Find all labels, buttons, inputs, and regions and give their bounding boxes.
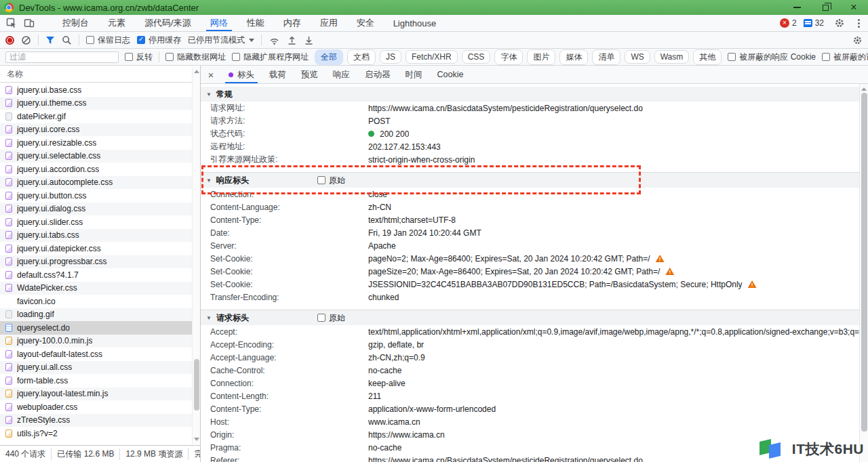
invert-filter-checkbox[interactable]: 反转 <box>125 51 153 63</box>
network-settings-button[interactable] <box>852 35 863 45</box>
hide-extension-urls-checkbox[interactable]: 隐藏扩展程序网址 <box>232 51 309 63</box>
general-section-header[interactable]: ▼ 常规 <box>201 87 859 102</box>
resource-filter-chip[interactable]: 图片 <box>527 49 555 65</box>
request-list-item[interactable]: jquery.ui.progressbar.css <box>0 255 200 269</box>
request-list-item[interactable]: jquery-100.0.0.min.js <box>0 335 200 348</box>
resource-filter-chip[interactable]: Wasm <box>654 50 690 64</box>
devtools-tab[interactable]: 元素 <box>98 15 135 31</box>
request-list-item[interactable]: favicon.ico <box>0 295 200 308</box>
devtools-tab[interactable]: 网络 <box>201 15 237 31</box>
inspect-cursor-icon <box>6 18 17 28</box>
resource-filter-chip[interactable]: 全部 <box>315 49 343 65</box>
close-button[interactable]: × <box>840 0 868 15</box>
request-list-item[interactable]: WdatePicker.css <box>0 282 200 295</box>
request-list-item[interactable]: jquery.ui.datepicker.css <box>0 242 200 255</box>
detail-tab[interactable]: 启动器 <box>357 66 398 83</box>
filter-toggle-button[interactable] <box>45 36 55 45</box>
detail-tab[interactable]: 载荷 <box>262 66 294 83</box>
detail-tab[interactable]: 时间 <box>398 66 430 83</box>
checkbox-checked-icon <box>137 36 145 44</box>
detail-tab[interactable]: Cookie <box>430 66 471 83</box>
request-list-item[interactable]: jquery.ui.resizable.css <box>0 136 200 150</box>
response-raw-checkbox[interactable]: 原始 <box>317 175 345 186</box>
request-list-item[interactable]: jquery.ui.slider.css <box>0 215 200 229</box>
request-headers-section-header[interactable]: ▼ 请求标头 原始 <box>201 310 859 325</box>
filter-input[interactable] <box>5 51 119 63</box>
blocked-cookies-checkbox[interactable]: 被屏蔽的响应 Cookie <box>728 51 816 63</box>
request-list-item[interactable]: jquery.ui.accordion.css <box>0 163 200 176</box>
close-detail-button[interactable]: × <box>201 66 221 83</box>
record-button[interactable] <box>5 36 14 45</box>
restore-button[interactable] <box>811 0 840 15</box>
request-list-item[interactable]: webuploader.css <box>0 400 200 414</box>
detail-tab[interactable]: 响应 <box>326 66 357 83</box>
hide-data-urls-checkbox[interactable]: 隐藏数据网址 <box>165 51 226 63</box>
scroll-up-icon[interactable] <box>194 70 199 73</box>
resource-filter-chip[interactable]: CSS <box>462 50 491 64</box>
message-badge[interactable]: 32 <box>804 18 824 28</box>
devtools-tab[interactable]: 内存 <box>274 15 311 31</box>
sidebar-scrollbar-thumb[interactable] <box>194 359 199 411</box>
disable-cache-checkbox[interactable]: 停用缓存 <box>137 35 181 46</box>
request-list-item[interactable]: jquery.ui.dialog.css <box>0 203 200 216</box>
devtools-tab[interactable]: 安全 <box>347 15 384 31</box>
request-list-item[interactable]: jquery.ui.base.css <box>0 83 200 97</box>
request-list-item[interactable]: jquery.ui.button.css <box>0 189 200 203</box>
error-badge[interactable]: ×2 <box>780 18 797 28</box>
detail-tab[interactable]: 预览 <box>294 66 326 83</box>
file-type-icon <box>5 403 12 411</box>
header-row: Content-Type: application/x-www-form-url… <box>201 402 859 415</box>
blocked-requests-checkbox[interactable]: 被屏蔽的请求 <box>822 51 868 63</box>
main-scrollbar-thumb[interactable] <box>861 93 867 432</box>
request-list-item[interactable]: zTreeStyle.css <box>0 414 200 427</box>
request-list-item[interactable]: jquery.layout-latest.min.js <box>0 387 200 401</box>
resource-filter-chip[interactable]: 字体 <box>494 49 523 65</box>
resource-filter-chip[interactable]: Fetch/XHR <box>406 50 458 64</box>
request-list-item[interactable]: jquery.ui.tabs.css <box>0 229 200 243</box>
search-button[interactable] <box>62 35 72 45</box>
request-list-item[interactable]: jquery.ui.autocomplete.css <box>0 176 200 190</box>
devtools-tab[interactable]: 性能 <box>237 15 274 31</box>
devtools-tab[interactable]: Lighthouse <box>384 15 446 31</box>
file-type-icon <box>5 165 12 173</box>
more-options-button[interactable] <box>855 18 863 29</box>
request-list-item[interactable]: queryselect.do <box>0 321 200 335</box>
throttling-select[interactable]: 已停用节流模式 <box>188 35 254 46</box>
request-list-item[interactable]: datePicker.gif <box>0 110 200 123</box>
response-headers-section-header[interactable]: ▼ 响应标头 原始 <box>201 173 859 188</box>
request-list-item[interactable]: jquery.ui.all.css <box>0 361 200 375</box>
resource-filter-chip[interactable]: 其他 <box>693 49 722 65</box>
inspect-element-button[interactable] <box>3 15 20 31</box>
devtools-tab[interactable]: 控制台 <box>53 15 98 31</box>
settings-button[interactable] <box>831 18 848 28</box>
scroll-up-icon[interactable] <box>861 87 867 91</box>
detail-tab[interactable]: 标头 <box>221 66 262 83</box>
network-conditions-button[interactable] <box>269 35 280 45</box>
request-list-item[interactable]: utils.js?v=2 <box>0 427 200 440</box>
request-list-item[interactable]: form-table.css <box>0 374 200 387</box>
sidebar-scrollbar[interactable] <box>192 66 200 444</box>
request-list-item[interactable]: loading.gif <box>0 308 200 322</box>
export-har-button[interactable] <box>304 35 314 45</box>
import-har-button[interactable] <box>287 35 297 45</box>
request-list-item[interactable]: jquery.ui.core.css <box>0 123 200 137</box>
request-list-item[interactable]: jquery.ui.selectable.css <box>0 150 200 163</box>
devtools-tab[interactable]: 应用 <box>311 15 347 31</box>
request-list-item[interactable]: layout-default-latest.css <box>0 348 200 361</box>
resource-filter-chip[interactable]: 清单 <box>592 49 620 65</box>
name-column-header[interactable]: 名称 <box>0 66 200 83</box>
resource-filter-chip[interactable]: 媒体 <box>559 49 588 65</box>
resource-filter-chip[interactable]: WS <box>625 50 650 64</box>
scroll-down-icon[interactable] <box>194 438 199 441</box>
resource-filter-chip[interactable]: 文档 <box>347 49 376 65</box>
main-scrollbar[interactable] <box>859 84 868 462</box>
request-list-item[interactable]: jquery.ui.theme.css <box>0 97 200 110</box>
request-list-item[interactable]: default.css?4.1.7 <box>0 268 200 282</box>
devtools-tab[interactable]: 源代码/来源 <box>135 15 201 31</box>
minimize-button[interactable] <box>783 0 811 15</box>
preserve-log-checkbox[interactable]: 保留日志 <box>86 35 130 46</box>
request-raw-checkbox[interactable]: 原始 <box>317 312 345 324</box>
device-toolbar-button[interactable] <box>20 15 38 31</box>
clear-button[interactable] <box>21 35 31 45</box>
resource-filter-chip[interactable]: JS <box>380 50 401 64</box>
